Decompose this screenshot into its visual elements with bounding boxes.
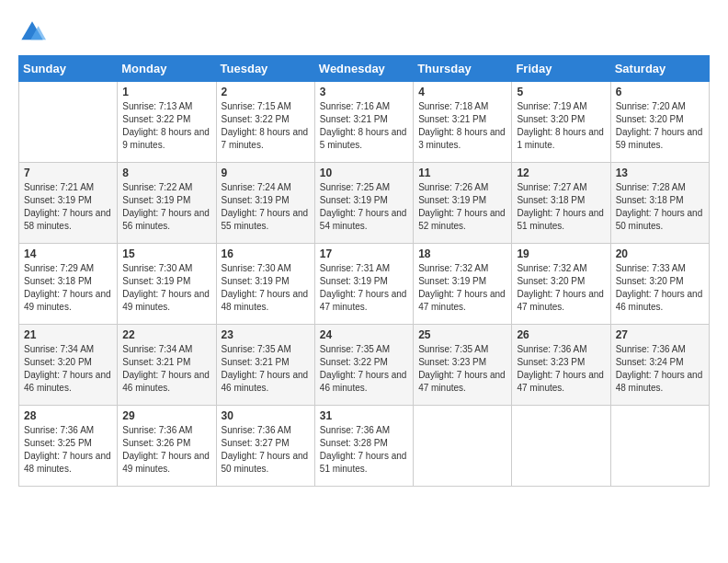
day-cell: 4Sunrise: 7:18 AMSunset: 3:21 PMDaylight…	[414, 82, 512, 163]
day-number: 1	[122, 86, 210, 98]
week-row-2: 7Sunrise: 7:21 AMSunset: 3:19 PMDaylight…	[19, 163, 710, 244]
day-number: 16	[222, 247, 310, 260]
day-info: Sunrise: 7:36 AMSunset: 3:23 PMDaylight:…	[517, 343, 605, 395]
day-info: Sunrise: 7:30 AMSunset: 3:19 PMDaylight:…	[222, 262, 310, 314]
header-friday: Friday	[512, 56, 610, 82]
day-cell: 3Sunrise: 7:16 AMSunset: 3:21 PMDaylight…	[314, 82, 413, 163]
day-info: Sunrise: 7:35 AMSunset: 3:21 PMDaylight:…	[222, 343, 310, 395]
day-cell: 6Sunrise: 7:20 AMSunset: 3:20 PMDaylight…	[610, 82, 709, 163]
day-number: 18	[418, 247, 506, 260]
day-number: 7	[24, 167, 112, 179]
day-number: 13	[616, 167, 704, 179]
day-cell: 16Sunrise: 7:30 AMSunset: 3:19 PMDayligh…	[216, 244, 314, 325]
day-info: Sunrise: 7:30 AMSunset: 3:19 PMDaylight:…	[122, 262, 210, 314]
day-info: Sunrise: 7:35 AMSunset: 3:23 PMDaylight:…	[418, 343, 506, 395]
day-number: 25	[418, 328, 506, 341]
day-info: Sunrise: 7:13 AMSunset: 3:22 PMDaylight:…	[122, 100, 210, 152]
day-number: 5	[517, 86, 605, 98]
header-monday: Monday	[118, 56, 216, 82]
day-cell: 7Sunrise: 7:21 AMSunset: 3:19 PMDaylight…	[19, 163, 118, 244]
day-cell: 2Sunrise: 7:15 AMSunset: 3:22 PMDaylight…	[216, 82, 314, 163]
day-number: 29	[122, 409, 210, 422]
day-info: Sunrise: 7:24 AMSunset: 3:19 PMDaylight:…	[222, 181, 310, 233]
day-number: 4	[418, 86, 506, 98]
day-cell: 15Sunrise: 7:30 AMSunset: 3:19 PMDayligh…	[118, 244, 216, 325]
day-info: Sunrise: 7:36 AMSunset: 3:28 PMDaylight:…	[320, 424, 408, 476]
day-number: 9	[222, 167, 310, 179]
header-saturday: Saturday	[610, 56, 709, 82]
day-cell: 11Sunrise: 7:26 AMSunset: 3:19 PMDayligh…	[414, 163, 512, 244]
day-number: 14	[24, 247, 112, 260]
day-number: 23	[222, 328, 310, 341]
day-cell: 9Sunrise: 7:24 AMSunset: 3:19 PMDaylight…	[216, 163, 314, 244]
day-info: Sunrise: 7:25 AMSunset: 3:19 PMDaylight:…	[320, 181, 408, 233]
day-cell	[19, 82, 118, 163]
day-number: 22	[122, 328, 210, 341]
day-info: Sunrise: 7:36 AMSunset: 3:25 PMDaylight:…	[24, 424, 112, 476]
day-info: Sunrise: 7:15 AMSunset: 3:22 PMDaylight:…	[222, 100, 310, 152]
header-tuesday: Tuesday	[216, 56, 314, 82]
day-cell: 17Sunrise: 7:31 AMSunset: 3:19 PMDayligh…	[314, 244, 413, 325]
day-info: Sunrise: 7:32 AMSunset: 3:19 PMDaylight:…	[418, 262, 506, 314]
page-header	[18, 18, 710, 46]
day-number: 19	[517, 247, 605, 260]
day-number: 31	[320, 409, 408, 422]
day-number: 17	[320, 247, 408, 260]
day-cell: 23Sunrise: 7:35 AMSunset: 3:21 PMDayligh…	[216, 325, 314, 406]
day-cell	[512, 406, 610, 487]
week-row-5: 28Sunrise: 7:36 AMSunset: 3:25 PMDayligh…	[19, 406, 710, 487]
day-info: Sunrise: 7:27 AMSunset: 3:18 PMDaylight:…	[517, 181, 605, 233]
day-number: 6	[616, 86, 704, 98]
day-cell: 19Sunrise: 7:32 AMSunset: 3:20 PMDayligh…	[512, 244, 610, 325]
day-number: 30	[222, 409, 310, 422]
day-number: 15	[122, 247, 210, 260]
day-cell: 13Sunrise: 7:28 AMSunset: 3:18 PMDayligh…	[610, 163, 709, 244]
header-thursday: Thursday	[414, 56, 512, 82]
logo	[18, 18, 50, 46]
day-info: Sunrise: 7:18 AMSunset: 3:21 PMDaylight:…	[418, 100, 506, 152]
week-row-1: 1Sunrise: 7:13 AMSunset: 3:22 PMDaylight…	[19, 82, 710, 163]
day-number: 21	[24, 328, 112, 341]
day-info: Sunrise: 7:36 AMSunset: 3:27 PMDaylight:…	[222, 424, 310, 476]
day-cell: 30Sunrise: 7:36 AMSunset: 3:27 PMDayligh…	[216, 406, 314, 487]
day-info: Sunrise: 7:35 AMSunset: 3:22 PMDaylight:…	[320, 343, 408, 395]
calendar-table: SundayMondayTuesdayWednesdayThursdayFrid…	[18, 55, 710, 487]
day-cell: 1Sunrise: 7:13 AMSunset: 3:22 PMDaylight…	[118, 82, 216, 163]
day-number: 2	[222, 86, 310, 98]
day-number: 3	[320, 86, 408, 98]
day-number: 20	[616, 247, 704, 260]
day-number: 12	[517, 167, 605, 179]
day-cell: 20Sunrise: 7:33 AMSunset: 3:20 PMDayligh…	[610, 244, 709, 325]
day-number: 11	[418, 167, 506, 179]
day-cell: 28Sunrise: 7:36 AMSunset: 3:25 PMDayligh…	[19, 406, 118, 487]
day-info: Sunrise: 7:36 AMSunset: 3:26 PMDaylight:…	[122, 424, 210, 476]
day-info: Sunrise: 7:29 AMSunset: 3:18 PMDaylight:…	[24, 262, 112, 314]
day-info: Sunrise: 7:19 AMSunset: 3:20 PMDaylight:…	[517, 100, 605, 152]
day-cell: 31Sunrise: 7:36 AMSunset: 3:28 PMDayligh…	[314, 406, 413, 487]
header-row: SundayMondayTuesdayWednesdayThursdayFrid…	[19, 56, 710, 82]
day-cell: 27Sunrise: 7:36 AMSunset: 3:24 PMDayligh…	[610, 325, 709, 406]
logo-icon	[18, 18, 46, 46]
header-wednesday: Wednesday	[314, 56, 413, 82]
day-info: Sunrise: 7:28 AMSunset: 3:18 PMDaylight:…	[616, 181, 704, 233]
day-cell: 12Sunrise: 7:27 AMSunset: 3:18 PMDayligh…	[512, 163, 610, 244]
day-info: Sunrise: 7:36 AMSunset: 3:24 PMDaylight:…	[616, 343, 704, 395]
day-cell: 25Sunrise: 7:35 AMSunset: 3:23 PMDayligh…	[414, 325, 512, 406]
day-cell: 21Sunrise: 7:34 AMSunset: 3:20 PMDayligh…	[19, 325, 118, 406]
day-info: Sunrise: 7:31 AMSunset: 3:19 PMDaylight:…	[320, 262, 408, 314]
day-number: 24	[320, 328, 408, 341]
day-cell: 29Sunrise: 7:36 AMSunset: 3:26 PMDayligh…	[118, 406, 216, 487]
day-cell: 26Sunrise: 7:36 AMSunset: 3:23 PMDayligh…	[512, 325, 610, 406]
day-info: Sunrise: 7:32 AMSunset: 3:20 PMDaylight:…	[517, 262, 605, 314]
day-info: Sunrise: 7:34 AMSunset: 3:21 PMDaylight:…	[122, 343, 210, 395]
day-number: 8	[122, 167, 210, 179]
day-cell: 5Sunrise: 7:19 AMSunset: 3:20 PMDaylight…	[512, 82, 610, 163]
day-info: Sunrise: 7:16 AMSunset: 3:21 PMDaylight:…	[320, 100, 408, 152]
day-info: Sunrise: 7:21 AMSunset: 3:19 PMDaylight:…	[24, 181, 112, 233]
day-cell: 24Sunrise: 7:35 AMSunset: 3:22 PMDayligh…	[314, 325, 413, 406]
day-info: Sunrise: 7:20 AMSunset: 3:20 PMDaylight:…	[616, 100, 704, 152]
header-sunday: Sunday	[19, 56, 118, 82]
day-number: 26	[517, 328, 605, 341]
day-number: 10	[320, 167, 408, 179]
day-info: Sunrise: 7:34 AMSunset: 3:20 PMDaylight:…	[24, 343, 112, 395]
